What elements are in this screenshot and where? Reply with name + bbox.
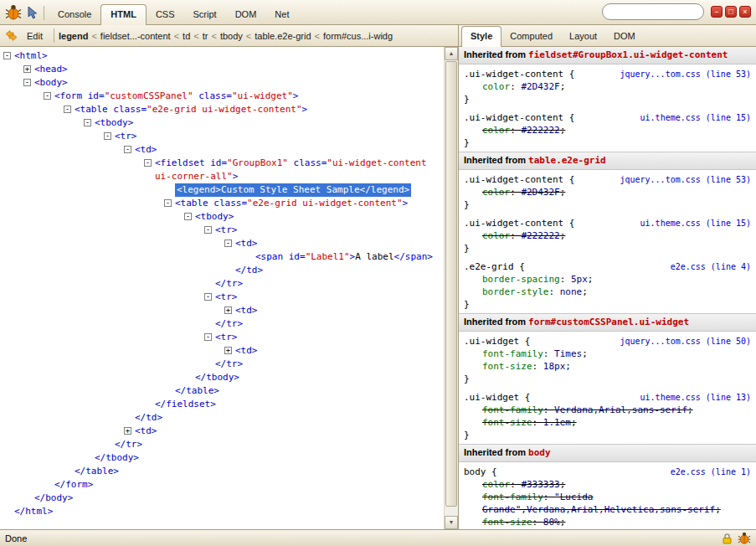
css-property[interactable]: font-family: Verdana,Arial,sans-serif; xyxy=(464,404,751,416)
tree-node[interactable]: </tr> xyxy=(0,277,444,291)
tab-console[interactable]: Console xyxy=(49,5,100,24)
collapse-icon[interactable]: - xyxy=(3,52,11,59)
css-source-link[interactable]: e2e.css (line 1) xyxy=(671,466,751,478)
tree-node[interactable]: </td> xyxy=(0,411,444,425)
tree-node[interactable]: </table> xyxy=(0,465,444,478)
css-property[interactable]: color: #222222; xyxy=(464,229,751,242)
firebug-icon[interactable] xyxy=(5,4,22,20)
css-property[interactable]: border-style: none; xyxy=(464,286,751,298)
collapse-icon[interactable]: - xyxy=(23,79,31,86)
tree-node[interactable]: </body> xyxy=(0,492,444,505)
tree-node[interactable]: -<table class="e2e-grid ui-widget-conten… xyxy=(0,103,444,116)
expand-icon[interactable]: + xyxy=(224,347,232,354)
edit-button[interactable]: Edit xyxy=(20,28,49,44)
tree-node[interactable]: <span id="Label1">A label</span> xyxy=(0,250,444,264)
scroll-up-icon[interactable]: ▲ xyxy=(445,47,458,60)
tab-dom[interactable]: DOM xyxy=(226,5,266,24)
css-source-link[interactable]: e2e.css (line 4) xyxy=(671,260,751,273)
inspect-element-icon[interactable] xyxy=(26,6,39,19)
breadcrumb-item[interactable]: td xyxy=(183,31,190,41)
tab-script[interactable]: Script xyxy=(184,5,226,24)
scrollbar-thumb[interactable] xyxy=(445,61,457,507)
css-property[interactable]: color: #222222; xyxy=(464,124,751,136)
css-source-link[interactable]: ui.theme.css (line 13) xyxy=(640,391,751,404)
css-source-link[interactable]: jquery...tom.css (line 50) xyxy=(620,335,751,348)
breadcrumb-item[interactable]: tr xyxy=(203,31,208,41)
side-tab-style[interactable]: Style xyxy=(461,26,501,47)
css-selector[interactable]: .e2e-grid { xyxy=(464,261,525,272)
inherited-from-selector[interactable]: body xyxy=(528,447,551,458)
tree-node[interactable]: </tr> xyxy=(0,358,444,371)
breadcrumb-item[interactable]: form#cus...i-widg xyxy=(323,31,393,41)
collapse-icon[interactable]: - xyxy=(224,240,232,247)
css-property[interactable]: font-size: 1.1em; xyxy=(464,416,751,429)
css-selector[interactable]: .ui-widget { xyxy=(464,336,530,347)
collapse-icon[interactable]: - xyxy=(104,132,111,140)
collapse-icon[interactable]: - xyxy=(64,106,71,113)
css-selector[interactable]: .ui-widget-content { xyxy=(464,174,574,185)
tree-node[interactable]: -<td> xyxy=(0,143,444,157)
lock-icon[interactable] xyxy=(722,533,733,544)
tree-node[interactable]: -<tr> xyxy=(0,291,444,304)
css-source-link[interactable]: jquery...tom.css (line 53) xyxy=(620,173,751,186)
side-tab-layout[interactable]: Layout xyxy=(561,27,605,46)
tree-node[interactable]: -<tbody> xyxy=(0,210,444,224)
css-property[interactable]: color: #2D432F; xyxy=(464,80,751,93)
collapse-icon[interactable]: - xyxy=(204,293,212,301)
tree-node[interactable]: -<table class="e2e-grid ui-widget-conten… xyxy=(0,197,444,210)
tree-node[interactable]: -<tr> xyxy=(0,331,444,344)
tree-node[interactable]: -<body> xyxy=(0,76,444,90)
tree-node[interactable]: </form> xyxy=(0,478,444,492)
tree-node[interactable]: -<fieldset id="GroupBox1" class="ui-widg… xyxy=(0,157,444,183)
tree-node[interactable]: -<td> xyxy=(0,237,444,250)
tree-node[interactable]: -<tr> xyxy=(0,224,444,237)
tree-node[interactable]: -<tr> xyxy=(0,130,444,143)
tree-node[interactable]: +<td> xyxy=(0,304,444,317)
tree-node[interactable]: </tr> xyxy=(0,317,444,331)
tree-node[interactable]: -<html> xyxy=(0,49,444,63)
tree-node[interactable]: +<td> xyxy=(0,344,444,358)
collapse-icon[interactable]: - xyxy=(204,333,212,341)
tree-node[interactable]: -<form id="customCSSPanel" class="ui-wid… xyxy=(0,90,444,103)
css-property[interactable]: font-size: 18px; xyxy=(464,360,751,373)
expand-icon[interactable]: + xyxy=(224,306,232,314)
css-property[interactable]: color: #333333; xyxy=(464,478,751,491)
minimize-button[interactable]: − xyxy=(711,6,723,18)
collapse-icon[interactable]: - xyxy=(84,119,91,126)
css-property[interactable]: color: #2D432F; xyxy=(464,186,751,198)
tree-node[interactable]: +<head> xyxy=(0,63,444,76)
tree-node[interactable]: </tbody> xyxy=(0,371,444,384)
tree-node[interactable]: </fieldset> xyxy=(0,398,444,411)
css-property[interactable]: font-family: Times; xyxy=(464,348,751,360)
css-selector[interactable]: .ui-widget-content { xyxy=(464,218,574,229)
tab-html[interactable]: HTML xyxy=(100,4,147,25)
search-input[interactable] xyxy=(602,3,704,20)
tree-node[interactable]: </table> xyxy=(0,384,444,398)
side-tab-dom[interactable]: DOM xyxy=(605,27,644,46)
maximize-button[interactable]: □ xyxy=(725,6,737,18)
css-selector[interactable]: .ui-widget { xyxy=(464,392,530,403)
expand-icon[interactable]: + xyxy=(124,427,131,435)
tree-node[interactable]: </td> xyxy=(0,264,444,277)
tree-node[interactable]: </tbody> xyxy=(0,451,444,465)
tree-node[interactable]: +<td> xyxy=(0,425,444,438)
breadcrumb-item[interactable]: legend xyxy=(59,31,88,41)
tree-node[interactable]: </tr> xyxy=(0,438,444,451)
scroll-down-icon[interactable]: ▼ xyxy=(445,516,458,529)
css-property[interactable]: border-spacing: 5px; xyxy=(464,273,751,286)
css-selector[interactable]: body { xyxy=(464,466,497,477)
close-button[interactable]: × xyxy=(739,6,751,18)
css-property[interactable]: font-size: 80%; xyxy=(464,516,751,528)
css-selector[interactable]: .ui-widget-content { xyxy=(464,69,574,80)
expand-icon[interactable]: + xyxy=(23,65,31,73)
side-tab-computed[interactable]: Computed xyxy=(501,27,561,46)
collapse-icon[interactable]: - xyxy=(164,199,172,207)
inherited-from-selector[interactable]: form#customCSSPanel.ui-widget xyxy=(528,317,689,327)
css-source-link[interactable]: ui.theme.css (line 15) xyxy=(640,217,751,229)
css-source-link[interactable]: jquery...tom.css (line 53) xyxy=(620,68,751,80)
collapse-icon[interactable]: - xyxy=(204,226,212,234)
firebug-status-icon[interactable] xyxy=(738,532,751,544)
vertical-scrollbar[interactable]: ▲ ▼ xyxy=(444,47,458,529)
breadcrumb-item[interactable]: tbody xyxy=(220,31,243,41)
breadcrumb-item[interactable]: fieldset...-content xyxy=(100,31,171,41)
